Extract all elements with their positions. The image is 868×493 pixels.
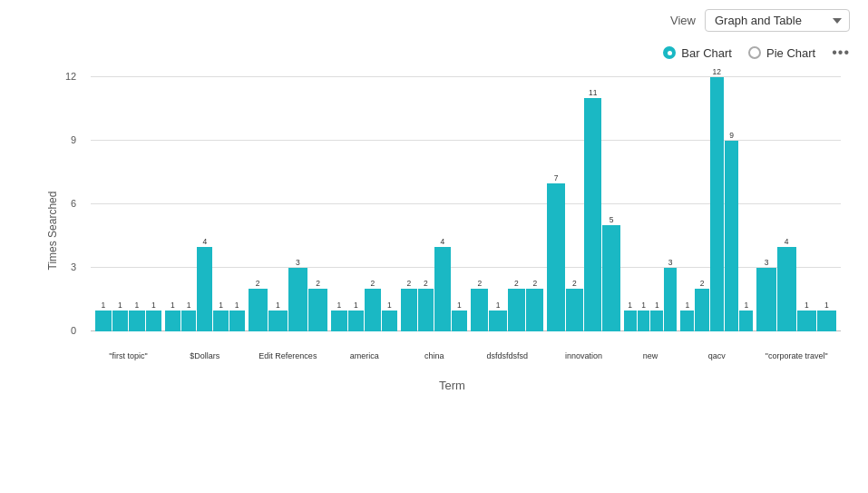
- bar: [249, 289, 268, 331]
- group-dsf: 2 1 2 2: [471, 279, 543, 331]
- bar-wrap: 3: [288, 258, 307, 331]
- bar: [566, 289, 583, 331]
- bar-wrap: 1: [452, 301, 468, 331]
- bar: [197, 247, 212, 331]
- bar: [434, 247, 451, 331]
- group-innovation: 7 2 11 5: [547, 88, 619, 331]
- bar: [526, 289, 543, 331]
- bar-value: 1: [151, 301, 156, 310]
- bar: [680, 311, 694, 331]
- bar-wrap: 1: [165, 301, 180, 331]
- bar-wrap: 2: [471, 279, 488, 331]
- x-label-innovation: innovation: [547, 351, 619, 360]
- x-label-new: new: [624, 351, 677, 360]
- bar: [739, 311, 753, 331]
- bar: [229, 311, 245, 331]
- bar-wrap: 1: [797, 301, 816, 331]
- bar: [584, 98, 601, 331]
- bar: [817, 311, 836, 331]
- x-label-corporate-travel: "corporate travel": [756, 351, 836, 360]
- bar-wrap: 3: [756, 258, 775, 331]
- group-qacv: 1 2 12 9 1: [680, 67, 753, 331]
- bar: [146, 311, 162, 331]
- group-dollars: 1 1 4 1 1: [165, 237, 245, 331]
- bar-wrap: 2: [695, 279, 708, 331]
- bar: [288, 268, 307, 331]
- bar-wrap: 1: [638, 301, 650, 331]
- grid-label-12: 12: [65, 71, 76, 82]
- bar-wrap: 1: [181, 301, 197, 331]
- more-options-icon[interactable]: •••: [832, 44, 850, 61]
- bar: [165, 311, 180, 331]
- bar-wrap: 3: [664, 258, 677, 331]
- bar: [508, 289, 525, 331]
- pie-chart-label: Pie Chart: [766, 46, 815, 60]
- bar: [382, 311, 398, 331]
- bar: [624, 311, 637, 331]
- bar-chart-option[interactable]: Bar Chart: [663, 46, 732, 60]
- bar: [95, 311, 112, 331]
- bar: [489, 311, 506, 331]
- bar: [452, 311, 468, 331]
- bar-wrap: 11: [584, 88, 601, 331]
- bar-value: 1: [118, 301, 122, 310]
- grid-label-6: 6: [71, 198, 76, 209]
- bar: [348, 311, 365, 331]
- bar-wrap: 1: [624, 301, 637, 331]
- bar: [401, 289, 417, 331]
- x-label-dollars: $Dollars: [165, 351, 245, 360]
- y-axis-label: Times Searched: [46, 191, 59, 270]
- bar-wrap: 2: [308, 279, 327, 331]
- bar-wrap: 2: [526, 279, 543, 331]
- pie-chart-option[interactable]: Pie Chart: [748, 46, 815, 60]
- bar: [213, 311, 229, 331]
- bar-wrap: 1: [213, 301, 229, 331]
- bar-wrap: 1: [489, 301, 506, 331]
- bar-wrap: 1: [739, 301, 753, 331]
- bar-wrap: 9: [725, 131, 738, 331]
- pie-chart-radio[interactable]: [748, 46, 761, 59]
- bar-wrap: 1: [229, 301, 245, 331]
- group-america: 1 1 2 1: [331, 279, 397, 331]
- grid-area: 12 9 6 3 0 1: [91, 77, 841, 331]
- x-labels: "first topic" $Dollars Edit References a…: [91, 351, 841, 360]
- bar: [181, 311, 197, 331]
- bar-chart-radio[interactable]: [663, 46, 676, 59]
- bar: [756, 268, 775, 331]
- bar-wrap: 2: [249, 279, 268, 331]
- view-label: View: [670, 14, 696, 27]
- bar-wrap: 2: [566, 279, 583, 331]
- grid-label-0: 0: [71, 325, 76, 336]
- bar-chart-label: Bar Chart: [681, 46, 732, 60]
- x-axis-title: Term: [63, 379, 841, 392]
- bar-wrap: 2: [418, 279, 434, 331]
- bar: [471, 289, 488, 331]
- bar-wrap: 1: [95, 301, 112, 331]
- bar-wrap: 1: [650, 301, 663, 331]
- grid-label-3: 3: [71, 261, 76, 272]
- bar-wrap: 4: [197, 237, 212, 331]
- bar: [112, 311, 129, 331]
- bar-wrap: 1: [680, 301, 694, 331]
- bar-wrap: 5: [602, 215, 619, 331]
- bar: [797, 311, 816, 331]
- bar: [664, 268, 677, 331]
- bar: [268, 311, 288, 331]
- x-label-first-topic: "first topic": [95, 351, 161, 360]
- bar-wrap: 1: [268, 301, 288, 331]
- bar: [695, 289, 708, 331]
- bar-wrap: 4: [434, 237, 451, 331]
- view-select[interactable]: Graph and Table Graph Only Table Only: [705, 9, 850, 32]
- bar: [725, 141, 738, 331]
- bar-wrap: 1: [382, 301, 398, 331]
- bar: [365, 289, 381, 331]
- bar: [129, 311, 145, 331]
- bar: [308, 289, 327, 331]
- chart-container: Times Searched 12 9 6 3 0: [63, 68, 841, 392]
- bars-container: 1 1 1 1: [91, 77, 841, 331]
- bar: [602, 225, 619, 331]
- x-label-dsf: dsfdsfdsfsd: [471, 351, 543, 360]
- top-bar: View Graph and Table Graph Only Table On…: [0, 0, 868, 41]
- group-china: 2 2 4 1: [401, 237, 467, 331]
- bar-wrap: 4: [777, 237, 796, 331]
